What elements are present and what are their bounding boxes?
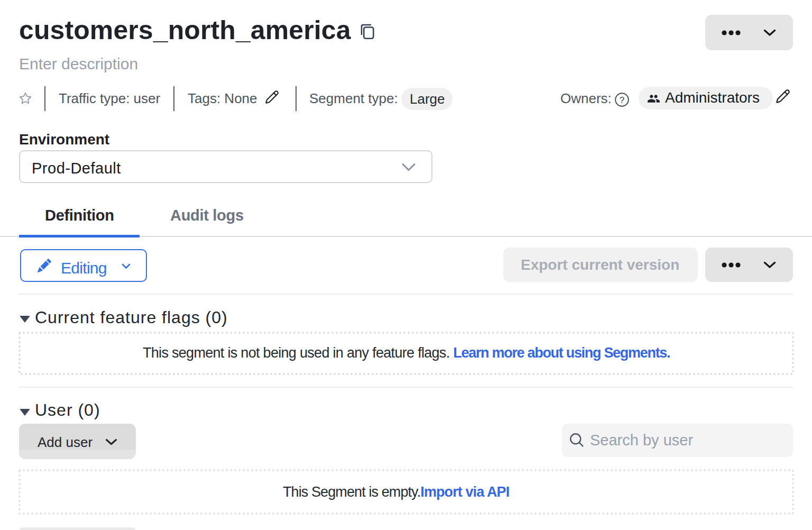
svg-text:?: ?	[620, 95, 624, 105]
